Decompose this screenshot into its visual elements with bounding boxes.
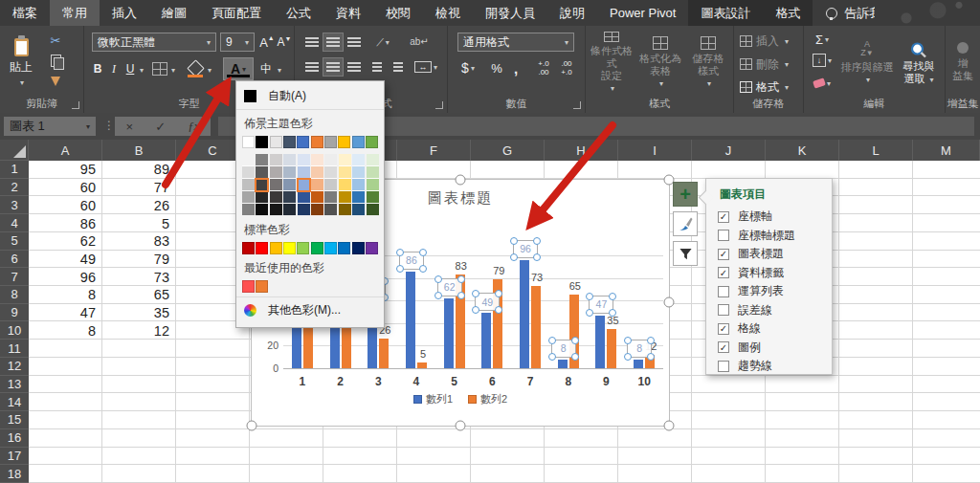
name-box-dropdown-icon[interactable]: ▾: [86, 122, 90, 131]
standard-swatch-6[interactable]: [324, 242, 337, 254]
theme-swatch-4[interactable]: [297, 136, 309, 148]
variant-swatch-r4c3[interactable]: [283, 204, 296, 216]
column-header-K[interactable]: K: [766, 140, 839, 161]
variant-swatch-r4c4[interactable]: [298, 204, 310, 216]
variant-swatch-r3c2[interactable]: [270, 191, 282, 204]
tab-開發人員[interactable]: 開發人員: [473, 0, 547, 26]
clipboard-dialog-launcher[interactable]: [72, 101, 79, 109]
cancel-icon[interactable]: ×: [126, 120, 134, 134]
label-handle[interactable]: [396, 249, 404, 256]
row-header-6[interactable]: 6: [0, 251, 29, 269]
label-handle[interactable]: [624, 353, 632, 361]
label-handle[interactable]: [396, 265, 404, 273]
variant-swatch-r2c2[interactable]: [270, 179, 282, 191]
variant-swatch-r3c1[interactable]: [256, 191, 268, 204]
checkbox-誤差線[interactable]: [718, 304, 729, 316]
fx-icon[interactable]: ƒx: [188, 119, 199, 134]
shrink-font-button[interactable]: A▼: [276, 33, 293, 51]
column-header-F[interactable]: F: [397, 140, 471, 161]
variant-swatch-r4c0[interactable]: [242, 204, 255, 216]
label-handle[interactable]: [419, 265, 427, 273]
tab-說明[interactable]: 說明: [547, 0, 597, 26]
column-header-M[interactable]: M: [913, 140, 980, 161]
sort-filter-button[interactable]: AZ▼ 排序與篩選▾: [840, 32, 894, 95]
addins-button[interactable]: 增益集: [947, 33, 978, 91]
column-header-B[interactable]: B: [102, 140, 176, 161]
chart-element-item-資料標籤[interactable]: ✓資料標籤: [706, 264, 832, 283]
variant-swatch-r0c4[interactable]: [298, 154, 310, 166]
label-handle[interactable]: [624, 337, 632, 344]
standard-swatch-1[interactable]: [256, 242, 268, 254]
chart-resize-handle[interactable]: [664, 421, 675, 431]
conditional-formatting-button[interactable]: 條件式格式設定▾: [588, 32, 635, 95]
variant-swatch-r2c6[interactable]: [324, 179, 337, 191]
copy-button[interactable]: [46, 53, 65, 68]
variant-swatch-r0c1[interactable]: [256, 154, 268, 166]
chart-resize-handle[interactable]: [664, 297, 675, 308]
theme-swatch-5[interactable]: [311, 136, 323, 148]
label-handle[interactable]: [533, 237, 541, 245]
variant-swatch-r0c6[interactable]: [324, 154, 337, 166]
borders-button[interactable]: [151, 59, 168, 78]
chart-element-item-誤差線[interactable]: 誤差線: [706, 301, 832, 320]
variant-swatch-r3c9[interactable]: [367, 191, 379, 204]
variant-swatch-r2c9[interactable]: [367, 179, 379, 191]
tab-格式[interactable]: 格式: [763, 0, 813, 26]
chart-styles-button[interactable]: [673, 211, 698, 236]
recent-swatch-0[interactable]: [242, 280, 255, 293]
cell-B4[interactable]: 5: [102, 214, 176, 232]
chart-element-item-座標軸標題[interactable]: 座標軸標題: [706, 227, 832, 246]
chart-filters-button[interactable]: [673, 241, 698, 266]
checkbox-圖例[interactable]: ✓: [718, 341, 729, 353]
label-handle[interactable]: [510, 253, 518, 261]
increase-decimal-button[interactable]: +.0.00: [532, 57, 555, 78]
label-handle[interactable]: [571, 353, 579, 361]
theme-swatch-0[interactable]: [242, 136, 255, 148]
fill-color-button[interactable]: [186, 59, 205, 78]
bar-s1-cat6[interactable]: [481, 313, 491, 368]
variant-swatch-r0c9[interactable]: [367, 154, 379, 166]
clear-button[interactable]: ▾: [810, 76, 835, 91]
variant-swatch-r1c9[interactable]: [367, 166, 379, 179]
row-header-13[interactable]: 13: [0, 376, 29, 394]
standard-swatch-3[interactable]: [283, 242, 296, 254]
bar-s1-cat7[interactable]: [520, 260, 529, 368]
column-header-H[interactable]: H: [545, 140, 618, 161]
row-header-14[interactable]: 14: [0, 393, 29, 411]
data-label-s1-cat7[interactable]: 96: [513, 240, 538, 258]
label-handle[interactable]: [548, 353, 556, 361]
variant-swatch-r1c3[interactable]: [283, 166, 296, 179]
row-header-15[interactable]: 15: [0, 411, 29, 429]
row-header-3[interactable]: 3: [0, 196, 29, 214]
data-label-s1-cat6[interactable]: 49: [475, 293, 500, 311]
cell-B7[interactable]: 73: [102, 268, 176, 286]
variant-swatch-r4c9[interactable]: [367, 204, 379, 216]
label-handle[interactable]: [586, 309, 593, 317]
variant-swatch-r2c8[interactable]: [352, 179, 365, 191]
label-handle[interactable]: [548, 337, 556, 344]
chart-resize-handle[interactable]: [247, 421, 257, 431]
standard-swatch-9[interactable]: [366, 242, 378, 254]
variant-swatch-r4c7[interactable]: [339, 204, 351, 216]
bar-s1-cat4[interactable]: [406, 272, 415, 368]
column-header-I[interactable]: I: [618, 140, 692, 161]
orientation-button[interactable]: ⟋▾: [371, 33, 394, 51]
variant-swatch-r0c7[interactable]: [339, 154, 351, 166]
comma-button[interactable]: ,: [509, 58, 523, 77]
currency-button[interactable]: $▾: [457, 58, 479, 77]
font-size-select[interactable]: 9▾: [220, 33, 255, 52]
select-all-corner[interactable]: [0, 140, 29, 161]
variant-swatch-r0c8[interactable]: [352, 154, 365, 166]
standard-swatch-2[interactable]: [270, 242, 282, 254]
checkbox-座標軸標題[interactable]: [718, 230, 729, 241]
row-header-17[interactable]: 17: [0, 448, 29, 466]
data-label-s1-cat8[interactable]: 8: [551, 340, 576, 358]
chart-element-item-運算列表[interactable]: 運算列表: [706, 282, 832, 301]
chart-element-item-格線[interactable]: ✓格線: [706, 319, 832, 339]
percent-button[interactable]: %: [488, 58, 505, 77]
data-label-s2-cat4[interactable]: 5: [420, 348, 426, 360]
cell-A2[interactable]: 60: [29, 179, 102, 197]
decrease-decimal-button[interactable]: .00+.0: [555, 57, 578, 78]
label-handle[interactable]: [457, 275, 465, 283]
chart-element-item-趨勢線[interactable]: 趨勢線: [706, 357, 832, 376]
